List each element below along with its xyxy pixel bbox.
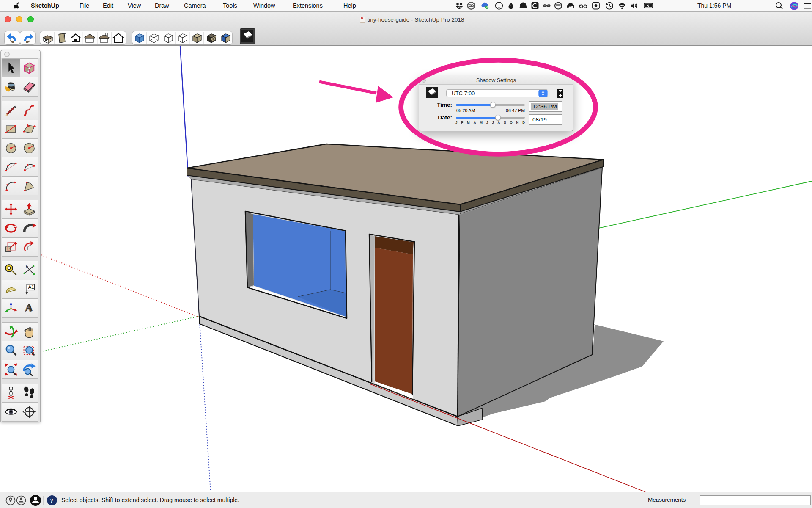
svg-text:A1: A1 — [28, 285, 34, 290]
svg-text:?: ? — [50, 497, 54, 504]
svg-text:A: A — [25, 302, 33, 313]
svg-text:5: 5 — [26, 264, 28, 269]
